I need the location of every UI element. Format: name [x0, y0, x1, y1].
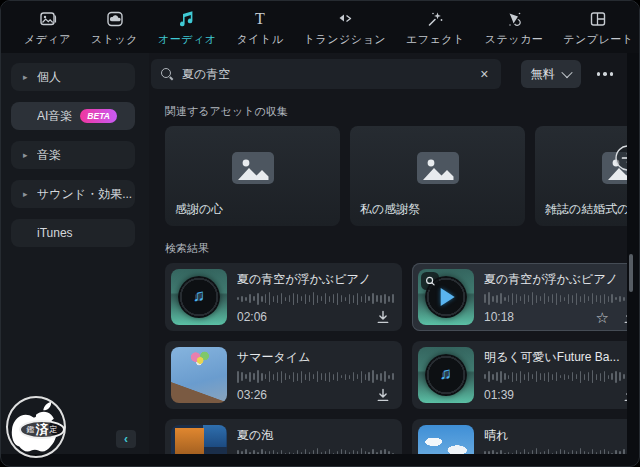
track-title: 夏の青空が浮かぶピアノ [484, 271, 627, 288]
music-thumbnail[interactable] [418, 425, 474, 454]
play-icon[interactable] [441, 288, 455, 306]
top-navigation: メディア ストック オーディオ T タイトル トランジション [1, 1, 639, 53]
beta-badge: BETA [80, 109, 117, 123]
main-panel: × 無料 関連するアセットの収集 感謝の心 [149, 53, 627, 454]
sidebar-item-label: iTunes [37, 226, 73, 240]
tab-audio[interactable]: オーディオ [151, 5, 224, 51]
sidebar-collapse-button[interactable]: ‹ [116, 430, 136, 448]
sidebar: ▸ 個人 AI音楽 BETA ▸ 音楽 ▸ サウンド・効果... iTunes [1, 53, 149, 454]
vertical-scrollbar[interactable] [629, 254, 633, 292]
tab-effects[interactable]: エフェクト [399, 5, 472, 51]
music-result-card[interactable]: 晴れ [412, 419, 627, 454]
results-grid: ♫ 夏の青空が浮かぶピアノ 02:06 [165, 263, 623, 454]
download-icon[interactable] [376, 310, 390, 324]
track-duration: 02:06 [237, 310, 267, 324]
chevron-down-icon [561, 67, 572, 78]
track-title: 晴れ [484, 427, 627, 444]
music-result-card[interactable]: 夏の泡 [165, 419, 402, 454]
collections-row: 感謝の心 私の感謝祭 雑誌の結婚式のテ... [165, 126, 627, 226]
tab-stock[interactable]: ストック [84, 5, 145, 51]
sidebar-item-label: 音楽 [37, 147, 61, 164]
collections-heading: 関連するアセットの収集 [165, 104, 627, 119]
title-icon: T [250, 9, 270, 29]
music-result-card[interactable]: ♫ 夏の青空が浮かぶピアノ 02:06 [165, 263, 402, 331]
stock-icon [105, 9, 125, 29]
waveform [484, 370, 627, 384]
sidebar-item-label: AI音楽 [37, 108, 72, 125]
image-placeholder-icon [232, 152, 274, 188]
track-duration: 10:18 [484, 310, 514, 324]
music-thumbnail[interactable] [171, 347, 227, 403]
music-result-card[interactable]: サマータイム 03:26 [165, 341, 402, 409]
expand-arrow-icon[interactable]: ▸ [23, 72, 37, 82]
chevron-left-icon: ‹ [124, 433, 128, 445]
tab-label: トランジション [304, 32, 386, 47]
content-area: ▸ 個人 AI音楽 BETA ▸ 音楽 ▸ サウンド・効果... iTunes [1, 53, 627, 454]
track-title: 夏の泡 [237, 427, 394, 444]
search-input[interactable] [182, 67, 478, 81]
open-collection-arrow-icon[interactable] [614, 144, 627, 176]
audio-icon [177, 9, 197, 29]
find-similar-icon[interactable] [421, 272, 439, 294]
expand-arrow-icon[interactable]: ▸ [23, 150, 37, 160]
sidebar-item-music[interactable]: ▸ 音楽 [11, 141, 135, 169]
tab-media[interactable]: メディア [17, 5, 78, 51]
music-note-icon: ♫ [193, 286, 206, 306]
tab-label: ストック [91, 32, 138, 47]
collection-title: 雑誌の結婚式のテ... [545, 201, 627, 218]
sidebar-item-ai-music[interactable]: AI音楽 BETA [11, 102, 135, 130]
sticker-icon [504, 9, 524, 29]
more-options-button[interactable] [593, 66, 618, 82]
track-title: 明るく可愛いFuture Ba... [484, 349, 627, 366]
tab-label: テンプレート [563, 32, 633, 47]
tab-label: タイトル [237, 32, 284, 47]
waveform [484, 292, 627, 306]
music-note-icon: ♫ [440, 364, 453, 384]
collection-title: 私の感謝祭 [360, 201, 420, 218]
collection-title: 感謝の心 [175, 201, 223, 218]
sidebar-item-sound-effects[interactable]: ▸ サウンド・効果... [11, 180, 135, 208]
music-thumbnail[interactable]: ♫ [418, 347, 474, 403]
download-icon[interactable] [623, 388, 627, 402]
media-icon [38, 9, 58, 29]
price-filter-dropdown[interactable]: 無料 [521, 60, 581, 88]
tab-title[interactable]: T タイトル [230, 5, 291, 51]
collection-card[interactable]: 私の感謝祭 [350, 126, 525, 226]
image-placeholder-icon [417, 152, 459, 188]
tab-label: オーディオ [158, 32, 217, 47]
tab-transition[interactable]: トランジション [297, 5, 393, 51]
music-result-card[interactable]: ♫ 明るく可愛いFuture Ba... 01:39 [412, 341, 627, 409]
music-thumbnail[interactable] [418, 269, 474, 325]
expand-arrow-icon[interactable]: ▸ [23, 189, 37, 199]
ellipsis-icon [597, 72, 601, 76]
music-thumbnail[interactable] [171, 425, 227, 454]
track-duration: 01:39 [484, 388, 514, 402]
waveform [484, 448, 627, 455]
tab-stickers[interactable]: ステッカー [478, 5, 551, 51]
template-icon [588, 9, 608, 29]
sidebar-item-itunes[interactable]: iTunes [11, 219, 135, 247]
favorite-star-icon[interactable]: ☆ [596, 310, 609, 325]
track-duration: 03:26 [237, 388, 267, 402]
tab-label: メディア [24, 32, 71, 47]
filter-label: 無料 [531, 66, 555, 83]
download-icon[interactable] [376, 388, 390, 402]
sidebar-item-personal[interactable]: ▸ 個人 [11, 63, 135, 91]
collection-card[interactable]: 感謝の心 [165, 126, 340, 226]
search-row: × 無料 [151, 59, 623, 89]
effects-icon [425, 9, 445, 29]
collection-card[interactable]: 雑誌の結婚式のテ... [535, 126, 627, 226]
transition-icon [335, 9, 355, 29]
search-box[interactable]: × [151, 59, 501, 89]
waveform [237, 448, 394, 455]
tab-templates[interactable]: テンプレート [556, 5, 640, 51]
download-icon[interactable] [623, 310, 627, 324]
music-result-card[interactable]: 夏の青空が浮かぶピアノ 10:18 ☆ [412, 263, 627, 331]
search-icon [161, 68, 174, 81]
track-title: 夏の青空が浮かぶピアノ [237, 271, 394, 288]
track-title: サマータイム [237, 349, 394, 366]
music-thumbnail[interactable]: ♫ [171, 269, 227, 325]
waveform [237, 370, 394, 384]
clear-search-icon[interactable]: × [478, 67, 490, 81]
tab-label: ステッカー [485, 32, 544, 47]
